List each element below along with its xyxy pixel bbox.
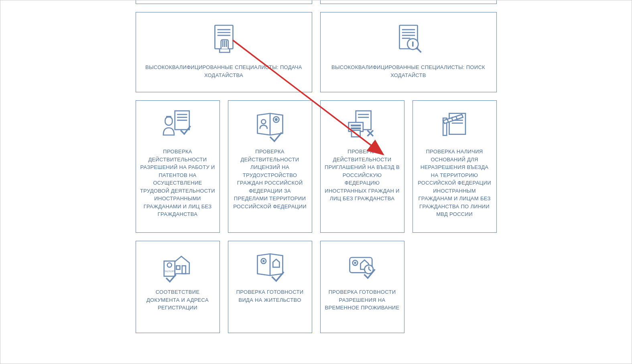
- viewport-frame: [0, 0, 632, 364]
